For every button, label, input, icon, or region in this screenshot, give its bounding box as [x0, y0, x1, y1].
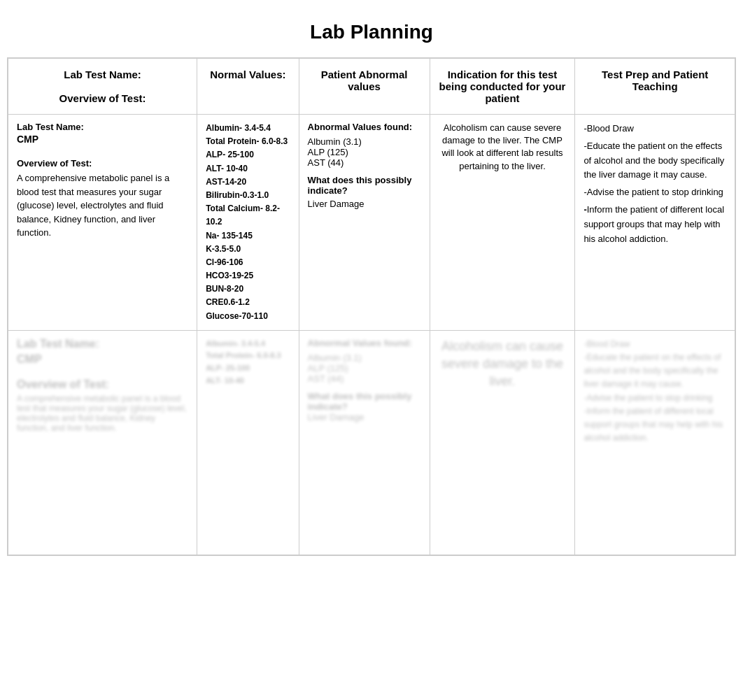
nv-ast: AST-14-20	[206, 176, 290, 189]
av-ast: AST (44)	[308, 157, 421, 168]
blurred-indication-content: Alcoholism can cause severe damage to th…	[439, 338, 567, 548]
indication-cell: Alcoholism can cause severe damage to th…	[430, 115, 575, 331]
what-indicate-label: What does this possibly indicate?	[308, 175, 421, 196]
lab-test-name: CMP	[17, 134, 188, 145]
prep-inform: -Inform the patient of different local s…	[583, 203, 726, 246]
prep-advise: -Advise the patient to stop drinking	[583, 185, 726, 200]
lab-planning-table: Lab Test Name: Overview of Test: Normal …	[7, 57, 736, 556]
blurred-indication-cell: Alcoholism can cause severe damage to th…	[430, 330, 575, 555]
nv-calcium: Total Calcium- 8.2-10.2	[206, 202, 290, 229]
nv-total-protein: Total Protein- 6.0-8.3	[206, 135, 290, 148]
blurred-normal-cell: Albumin- 3.4-5.4 Total Protein- 6.0-8.3 …	[197, 330, 299, 555]
blurred-lab-cell: Lab Test Name: CMP Overview of Test: A c…	[8, 330, 197, 555]
abnormal-values-cell: Abnormal Values found: Albumin (3.1) ALP…	[299, 115, 430, 331]
nv-albumin: Albumin- 3.4-5.4	[206, 122, 290, 135]
page-title: Lab Planning	[0, 0, 743, 57]
nv-cl: Cl-96-106	[206, 256, 290, 269]
av-alp: ALP (125)	[308, 147, 421, 157]
blurred-abnormal-content: Abnormal Values found: Albumin (3.1)ALP …	[308, 338, 421, 548]
normal-values-list: Albumin- 3.4-5.4 Total Protein- 6.0-8.3 …	[206, 122, 290, 323]
header-overview-label: Overview of Test:	[59, 92, 146, 104]
nv-glucose: Glucose-70-110	[206, 310, 290, 323]
normal-values-cell: Albumin- 3.4-5.4 Total Protein- 6.0-8.3 …	[197, 115, 299, 331]
header-lab-test: Lab Test Name: Overview of Test:	[8, 59, 197, 115]
abnormal-values-list: Albumin (3.1) ALP (125) AST (44)	[308, 136, 421, 168]
nv-cre: CRE0.6-1.2	[206, 296, 290, 309]
header-abnormal-values: Patient Abnormal values	[299, 59, 430, 115]
abnormal-title: Abnormal Values found:	[308, 122, 421, 132]
overview-text: A comprehensive metabolic panel is a blo…	[17, 171, 188, 240]
header-indication: Indication for this test being conducted…	[430, 59, 575, 115]
blurred-abnormal-cell: Abnormal Values found: Albumin (3.1)ALP …	[299, 330, 430, 555]
nv-na: Na- 135-145	[206, 229, 290, 243]
nv-alt: ALT- 10-40	[206, 162, 290, 176]
nv-bun: BUN-8-20	[206, 283, 290, 296]
header-row: Lab Test Name: Overview of Test: Normal …	[8, 59, 735, 115]
blurred-lab-content: Lab Test Name: CMP Overview of Test: A c…	[17, 338, 188, 548]
blurred-normal-content: Albumin- 3.4-5.4 Total Protein- 6.0-8.3 …	[206, 338, 290, 548]
what-indicate-result: Liver Damage	[308, 199, 421, 209]
blurred-prep-content: -Blood Draw -Educate the patient on the …	[583, 338, 726, 548]
nv-k: K-3.5-5.0	[206, 243, 290, 256]
lab-test-overview-cell: Lab Test Name: CMP Overview of Test: A c…	[8, 115, 197, 331]
header-lab-label: Lab Test Name:	[64, 69, 141, 80]
table-row-blurred: Lab Test Name: CMP Overview of Test: A c…	[8, 330, 735, 555]
table-row-cmp: Lab Test Name: CMP Overview of Test: A c…	[8, 115, 735, 331]
blurred-prep-cell: -Blood Draw -Educate the patient on the …	[575, 330, 735, 555]
nv-bilirubin: Bilirubin-0.3-1.0	[206, 189, 290, 202]
nv-hco3: HCO3-19-25	[206, 269, 290, 283]
test-prep-cell: -Blood Draw -Educate the patient on the …	[575, 115, 735, 331]
nv-alp: ALP- 25-100	[206, 148, 290, 162]
prep-blood-draw: -Blood Draw	[583, 122, 726, 136]
prep-educate: -Educate the patient on the effects of a…	[583, 139, 726, 183]
lab-test-name-label: Lab Test Name:	[17, 122, 188, 132]
overview-label: Overview of Test:	[17, 158, 188, 169]
header-test-prep: Test Prep and Patient Teaching	[575, 59, 735, 115]
header-normal-values: Normal Values:	[197, 59, 299, 115]
av-albumin: Albumin (3.1)	[308, 136, 421, 147]
